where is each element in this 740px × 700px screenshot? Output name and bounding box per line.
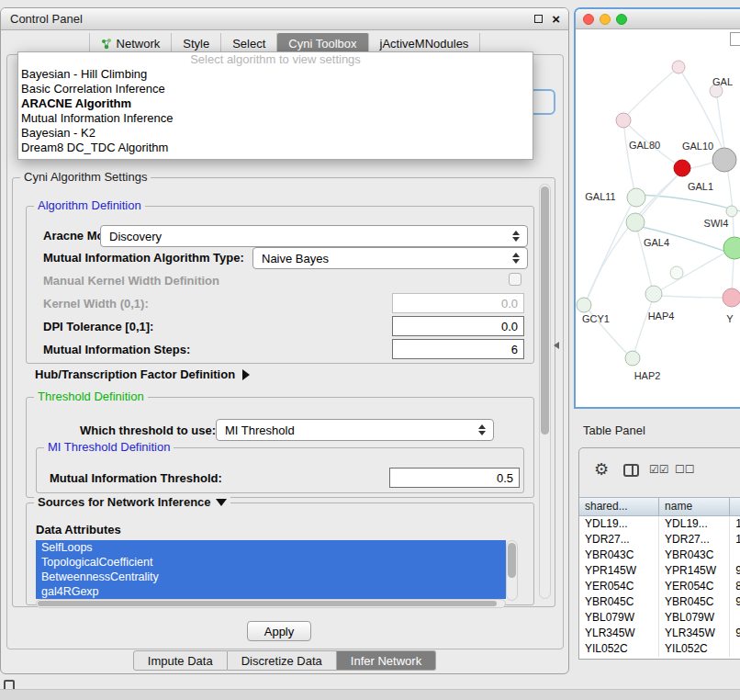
network-node[interactable]: [723, 237, 740, 259]
table-row[interactable]: YBR043C YBR043C: [579, 548, 740, 563]
network-node-label: GCY1: [582, 313, 610, 324]
attribute-item-selected[interactable]: SelfLoops: [36, 540, 506, 555]
network-node[interactable]: [726, 206, 737, 217]
table-row[interactable]: YPR145W YPR145W 9.: [579, 563, 740, 579]
dpi-tolerance-field[interactable]: 0.0: [392, 316, 524, 336]
table-cell[interactable]: 9.: [730, 563, 740, 579]
network-node[interactable]: [616, 113, 631, 128]
network-window-titlebar[interactable]: [576, 9, 740, 29]
table-cell[interactable]: YLR345W: [659, 626, 730, 641]
attribute-item-selected[interactable]: BetweennessCentrality: [36, 570, 506, 584]
network-node[interactable]: [674, 160, 690, 176]
control-panel-titlebar[interactable]: Control Panel ×: [1, 8, 568, 30]
table-cell[interactable]: YBR045C: [659, 594, 730, 610]
panel-collapse-arrow-icon[interactable]: [554, 342, 559, 349]
table-cell[interactable]: YIL052C: [579, 641, 659, 657]
select-all-columns-icon[interactable]: ☑☑: [649, 463, 669, 476]
table-row[interactable]: YDL19... YDL19... 13: [579, 516, 740, 532]
table-cell[interactable]: 9.: [730, 594, 740, 610]
attributes-vscrollbar-thumb[interactable]: [508, 543, 516, 578]
table-row[interactable]: YBR045C YBR045C 9.: [579, 594, 740, 610]
table-cell[interactable]: YPR145W: [659, 563, 730, 579]
manual-kernel-width-checkbox[interactable]: [509, 273, 521, 286]
attributes-hscrollbar[interactable]: [36, 599, 506, 608]
table-cell[interactable]: YDL19...: [659, 516, 730, 532]
attributes-vscrollbar[interactable]: [506, 540, 518, 601]
mi-threshold-label: Mutual Information Threshold:: [50, 471, 222, 485]
tab-impute-data[interactable]: Impute Data: [133, 650, 228, 671]
attribute-item-selected[interactable]: TopologicalCoefficient: [36, 555, 506, 570]
aracne-mode-combo[interactable]: Discovery: [100, 225, 528, 247]
table-cell[interactable]: YBR043C: [659, 548, 730, 563]
dropdown-item[interactable]: Bayesian - K2: [18, 126, 533, 141]
table-cell[interactable]: YER054C: [659, 579, 730, 594]
hub-section-header[interactable]: Hub/Transcription Factor Definition: [35, 367, 250, 381]
table-cell[interactable]: YPR145W: [579, 563, 659, 579]
settings-scrollbar[interactable]: [539, 184, 551, 599]
which-threshold-combo[interactable]: MI Threshold: [216, 419, 494, 441]
table-cell[interactable]: YBR043C: [579, 548, 659, 563]
close-window-icon[interactable]: ×: [552, 11, 560, 27]
apply-button[interactable]: Apply: [247, 621, 311, 641]
kernel-width-field[interactable]: 0.0: [392, 293, 524, 313]
column-header[interactable]: name: [659, 498, 730, 515]
table-cell[interactable]: 9.: [730, 626, 740, 641]
network-node[interactable]: [723, 288, 740, 307]
attribute-item-selected[interactable]: gal4RGexp: [36, 584, 506, 599]
column-header[interactable]: shared...: [579, 498, 659, 515]
network-node[interactable]: [577, 298, 591, 312]
table-cell[interactable]: [730, 610, 740, 626]
attributes-hscrollbar-thumb[interactable]: [38, 601, 497, 606]
minimize-traffic-light[interactable]: [600, 14, 611, 25]
table-row[interactable]: YIL052C YIL052C: [579, 641, 740, 657]
table-row[interactable]: YBL079W YBL079W: [579, 610, 740, 626]
table-cell[interactable]: YLR345W: [579, 626, 659, 641]
network-node[interactable]: [625, 351, 640, 366]
table-row[interactable]: YER054C YER054C 8.: [579, 579, 740, 594]
table-cell[interactable]: [730, 548, 740, 563]
network-node[interactable]: [626, 213, 645, 231]
table-panel-title: Table Panel: [583, 423, 645, 437]
table-cell[interactable]: YDR27...: [659, 532, 730, 548]
mi-steps-field[interactable]: 6: [392, 339, 524, 359]
column-layout-icon[interactable]: [623, 464, 639, 477]
dropdown-item[interactable]: Basic Correlation Inference: [18, 82, 533, 96]
float-window-icon[interactable]: [534, 15, 543, 23]
table-cell[interactable]: YDL19...: [579, 516, 659, 532]
dropdown-item-selected[interactable]: ARACNE Algorithm: [18, 96, 533, 111]
settings-scrollbar-thumb[interactable]: [541, 186, 549, 435]
table-cell[interactable]: YBL079W: [579, 610, 659, 626]
column-header[interactable]: [730, 498, 740, 515]
table-cell[interactable]: YER054C: [579, 579, 659, 594]
close-traffic-light[interactable]: [583, 14, 594, 25]
network-node[interactable]: [670, 266, 683, 279]
mi-algorithm-type-combo[interactable]: Naive Bayes: [252, 247, 528, 269]
tab-discretize-data[interactable]: Discretize Data: [228, 650, 337, 671]
table-cell[interactable]: YBL079W: [659, 610, 730, 626]
table-row[interactable]: YLR345W YLR345W 9.: [579, 626, 740, 641]
dropdown-item[interactable]: Bayesian - Hill Climbing: [18, 67, 533, 82]
table-cell[interactable]: 13: [730, 516, 740, 532]
dropdown-item[interactable]: Mutual Information Inference: [18, 111, 533, 126]
table-cell[interactable]: YBR045C: [579, 594, 659, 610]
table-cell[interactable]: [730, 641, 740, 657]
network-node[interactable]: [712, 148, 736, 172]
table-row[interactable]: YDR27... YDR27... 12: [579, 532, 740, 548]
table-cell[interactable]: YIL052C: [659, 641, 730, 657]
tab-infer-network[interactable]: Infer Network: [337, 650, 436, 671]
table-cell[interactable]: YDR27...: [579, 532, 659, 548]
gear-icon[interactable]: ⚙: [594, 459, 609, 480]
zoom-traffic-light[interactable]: [616, 14, 627, 25]
threshold-definition-group: Threshold Definition Which threshold to …: [26, 397, 534, 498]
sources-header[interactable]: Sources for Network Inference: [34, 495, 230, 509]
table-cell[interactable]: 12: [730, 532, 740, 548]
deselect-all-columns-icon[interactable]: ☐☐: [675, 463, 695, 476]
network-node[interactable]: [645, 286, 662, 302]
table-cell[interactable]: 8.: [730, 579, 740, 594]
network-canvas[interactable]: GAL GAL80 GAL10 GAL1 GAL11 SWI4 GAL4 GCY…: [576, 29, 740, 409]
mi-threshold-field[interactable]: 0.5: [389, 468, 520, 488]
network-node[interactable]: [672, 61, 685, 73]
kernel-width-label: Kernel Width (0,1):: [43, 297, 149, 310]
network-node[interactable]: [627, 188, 645, 207]
dropdown-item[interactable]: Dream8 DC_TDC Algorithm: [18, 141, 533, 155]
